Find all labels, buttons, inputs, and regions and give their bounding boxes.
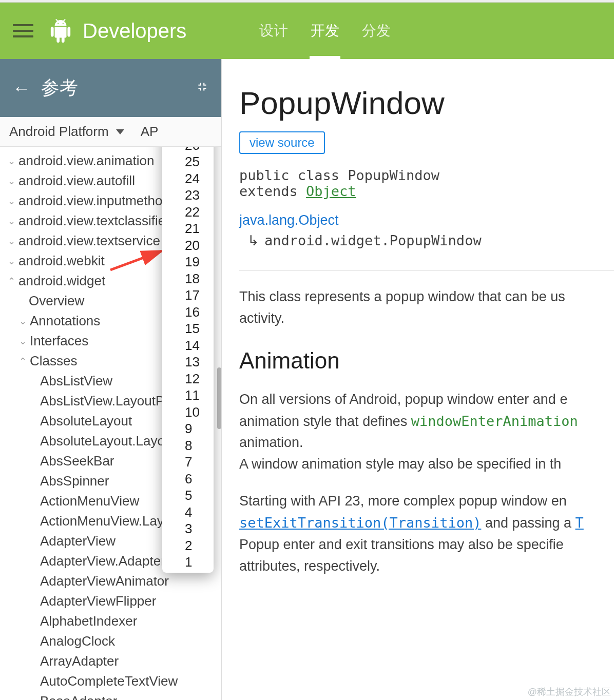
class-item[interactable]: BaseAdapter (0, 691, 221, 700)
api-option[interactable]: 7 (162, 454, 214, 471)
api-option[interactable]: 14 (162, 337, 214, 354)
object-link[interactable]: Object (306, 183, 356, 199)
api-option[interactable]: 12 (162, 371, 214, 387)
chevron-down-icon: ⌄ (6, 176, 16, 187)
api-option[interactable]: 4 (162, 504, 214, 521)
transition-link[interactable]: T (575, 515, 584, 531)
animation-p2: Starting with API 23, more complex popup… (239, 491, 614, 577)
class-item[interactable]: AdapterViewAnimator (0, 571, 221, 591)
nav-tree: ⌄android.view.animation ⌄android.view.au… (0, 147, 221, 700)
api-option[interactable]: 25 (162, 153, 214, 170)
chevron-down-icon: ⌄ (17, 336, 28, 347)
api-option[interactable]: 11 (162, 387, 214, 404)
api-level-dropdown[interactable]: ✓272625242322212019181716151413121110987… (162, 147, 214, 573)
chevron-down-icon: ⌄ (6, 216, 16, 227)
class-signature: public class PopupWindow extends Object (239, 167, 614, 199)
android-logo (49, 16, 72, 45)
back-icon[interactable]: ← (12, 77, 31, 99)
header-tabs: 设计 开发 分发 (248, 3, 402, 59)
api-level-label: AP (141, 124, 159, 140)
watermark: @稀土掘金技术社区 (528, 686, 611, 698)
platform-bar: Android Platform AP (0, 117, 221, 147)
sidebar-header: ← 参考 (0, 59, 221, 117)
class-item[interactable]: AlphabetIndexer (0, 611, 221, 631)
api-option[interactable]: 21 (162, 220, 214, 237)
chevron-down-icon: ⌄ (6, 236, 16, 247)
api-option[interactable]: 26 (162, 147, 214, 153)
platform-label: Android Platform (9, 124, 109, 140)
class-item[interactable]: AnalogClock (0, 631, 221, 651)
api-option[interactable]: 15 (162, 320, 214, 337)
chevron-down-icon: ⌄ (6, 256, 16, 267)
api-option[interactable]: 16 (162, 304, 214, 321)
tab-design[interactable]: 设计 (248, 3, 299, 59)
sidebar-title: 参考 (41, 75, 78, 101)
chevron-down-icon: ⌄ (6, 155, 16, 167)
app-header: Developers 设计 开发 分发 (0, 3, 614, 59)
chevron-up-icon: ⌃ (17, 356, 28, 367)
class-description: This class represents a popup window tha… (239, 286, 614, 329)
api-option[interactable]: 22 (162, 204, 214, 221)
tab-develop[interactable]: 开发 (299, 3, 351, 59)
brand-title: Developers (83, 20, 186, 43)
api-option[interactable]: 19 (162, 254, 214, 270)
inherit-path: ↳android.widget.PopupWindow (239, 232, 614, 249)
api-option[interactable]: 10 (162, 404, 214, 421)
class-title: PopupWindow (239, 85, 614, 121)
tab-distribute[interactable]: 分发 (351, 3, 402, 59)
api-option[interactable]: 18 (162, 270, 214, 287)
api-option[interactable]: 3 (162, 520, 214, 537)
api-option[interactable]: 9 (162, 420, 214, 437)
fullscreen-exit-icon[interactable] (196, 80, 209, 96)
class-item[interactable]: AutoCompleteTextView (0, 671, 221, 691)
sidebar: ← 参考 Android Platform AP ⌄android.view.a… (0, 59, 222, 700)
api-option[interactable]: 8 (162, 437, 214, 454)
menu-icon[interactable] (13, 21, 33, 41)
api-option[interactable]: 17 (162, 287, 214, 304)
api-option[interactable]: 1 (162, 554, 214, 571)
set-exit-transition-link[interactable]: setExitTransition(Transition) (239, 515, 481, 531)
main-content: PopupWindow view source public class Pop… (222, 59, 614, 700)
api-option[interactable]: 20 (162, 237, 214, 254)
api-option[interactable]: 5 (162, 487, 214, 504)
api-option[interactable]: 2 (162, 537, 214, 554)
chevron-down-icon: ⌄ (17, 316, 28, 327)
section-animation: Animation (239, 348, 614, 374)
class-item[interactable]: AdapterViewFlipper (0, 591, 221, 611)
view-source-button[interactable]: view source (239, 131, 325, 154)
api-option[interactable]: 13 (162, 354, 214, 371)
api-option[interactable]: 6 (162, 471, 214, 488)
inherit-link[interactable]: java.lang.Object (239, 212, 339, 228)
api-option[interactable]: 24 (162, 170, 214, 187)
animation-p1: On all versions of Android, popup window… (239, 389, 614, 475)
chevron-up-icon: ⌃ (6, 276, 16, 287)
caret-down-icon (116, 129, 124, 134)
chevron-down-icon: ⌄ (6, 196, 16, 207)
api-option[interactable]: 23 (162, 187, 214, 204)
class-item[interactable]: ArrayAdapter (0, 651, 221, 671)
scrollbar[interactable] (217, 367, 221, 429)
platform-dropdown[interactable]: Android Platform (9, 124, 124, 140)
